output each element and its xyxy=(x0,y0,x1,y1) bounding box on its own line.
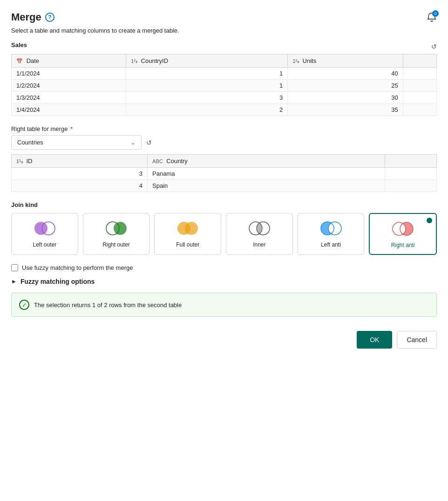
join-option-left-outer-label: Left outer xyxy=(33,241,56,248)
cell-empty-2 xyxy=(403,80,436,92)
action-row: OK Cancel xyxy=(11,331,437,349)
right-table-dropdown[interactable]: Countries ⌄ xyxy=(11,135,142,150)
table-row: 1/2/2024 1 25 xyxy=(12,80,437,92)
check-circle-icon: ✓ xyxy=(19,300,29,310)
numeric-icon-countryid: 1²₃ xyxy=(131,58,137,64)
venn-left-outer xyxy=(33,220,57,237)
cell-countryid-4: 2 xyxy=(126,104,288,116)
join-option-full-outer-label: Full outer xyxy=(176,241,199,248)
cell-country-1: Panama xyxy=(148,168,385,180)
sales-section-header: Sales ↺ xyxy=(11,41,437,51)
cell-empty-4 xyxy=(403,104,436,116)
sales-col-countryid[interactable]: 1²₃ CountryID xyxy=(126,55,288,68)
countries-col-empty xyxy=(385,155,437,168)
calendar-icon: 📅 xyxy=(16,58,23,64)
cell-date-4: 1/4/2024 xyxy=(12,104,126,116)
cell-id-1: 3 xyxy=(12,168,148,180)
right-table-dropdown-row: Countries ⌄ ↺ xyxy=(11,135,437,150)
table-row: 1/4/2024 2 35 xyxy=(12,104,437,116)
join-option-left-anti-label: Left anti xyxy=(321,241,341,248)
numeric-icon-id: 1²₃ xyxy=(16,158,23,164)
page-title: Merge xyxy=(11,11,41,23)
table-row: 3 Panama xyxy=(12,168,437,180)
join-option-left-anti[interactable]: Left anti xyxy=(298,213,365,255)
cell-countryid-3: 3 xyxy=(126,92,288,104)
venn-inner xyxy=(247,220,272,237)
expand-arrow-icon: ► xyxy=(11,278,17,285)
venn-right-outer xyxy=(104,220,129,237)
refresh-left-table-icon[interactable]: ↺ xyxy=(431,43,437,50)
subtitle: Select a table and matching columns to c… xyxy=(11,27,437,34)
cell-countryid-2: 1 xyxy=(126,80,288,92)
text-icon-country: ABC xyxy=(152,158,163,164)
selected-indicator xyxy=(427,218,432,223)
cell-date-1: 1/1/2024 xyxy=(12,68,126,80)
notification-icon[interactable]: 0 xyxy=(427,12,437,22)
cell-empty-3 xyxy=(403,92,436,104)
required-star: * xyxy=(70,125,73,132)
sales-label: Sales xyxy=(11,41,27,48)
venn-full-outer xyxy=(176,220,200,237)
join-option-inner-label: Inner xyxy=(253,241,265,248)
result-text: The selection returns 1 of 2 rows from t… xyxy=(34,302,182,309)
table-row: 1/1/2024 1 40 xyxy=(12,68,437,80)
dropdown-value: Countries xyxy=(17,139,43,146)
join-option-right-outer[interactable]: Right outer xyxy=(83,213,150,255)
cell-date-3: 1/3/2024 xyxy=(12,92,126,104)
sales-col-empty xyxy=(403,55,436,68)
join-options-container: Left outer Right outer Full outer xyxy=(11,213,437,255)
svg-point-0 xyxy=(34,222,48,235)
fuzzy-options-label: Fuzzy matching options xyxy=(20,278,95,285)
fuzzy-checkbox-label[interactable]: Use fuzzy matching to perform the merge xyxy=(22,264,133,271)
join-option-right-anti-label: Right anti xyxy=(391,242,415,248)
help-icon[interactable]: ? xyxy=(45,13,54,22)
venn-left-anti xyxy=(319,220,343,237)
svg-point-3 xyxy=(114,222,127,235)
countries-table: 1²₃ ID ABC Country 3 Panama 4 Spain xyxy=(11,154,437,192)
countries-col-country[interactable]: ABC Country xyxy=(148,155,385,168)
fuzzy-checkbox-row: Use fuzzy matching to perform the merge xyxy=(11,264,437,271)
notification-badge: 0 xyxy=(432,10,439,17)
venn-right-anti xyxy=(391,220,415,237)
join-option-right-anti[interactable]: Right anti xyxy=(369,213,437,255)
join-option-right-outer-label: Right outer xyxy=(102,241,130,248)
cancel-button[interactable]: Cancel xyxy=(397,331,437,349)
refresh-right-table-icon[interactable]: ↺ xyxy=(146,139,152,146)
join-kind-label: Join kind xyxy=(11,201,437,208)
sales-col-date[interactable]: 📅 Date xyxy=(12,55,126,68)
cell-empty-r1 xyxy=(385,168,437,180)
join-option-full-outer[interactable]: Full outer xyxy=(154,213,221,255)
table-row: 1/3/2024 3 30 xyxy=(12,92,437,104)
right-table-field-label: Right table for merge * xyxy=(11,125,437,132)
fuzzy-checkbox[interactable] xyxy=(11,264,18,271)
cell-empty-r2 xyxy=(385,180,437,192)
cell-units-3: 30 xyxy=(288,92,403,104)
cell-units-2: 25 xyxy=(288,80,403,92)
header: Merge ? 0 xyxy=(11,11,437,23)
cell-units-4: 35 xyxy=(288,104,403,116)
cell-units-1: 40 xyxy=(288,68,403,80)
sales-table: 📅 Date 1²₃ CountryID 1²₃ Units 1/1/2024 … xyxy=(11,54,437,116)
svg-point-5 xyxy=(185,222,198,235)
sales-col-units[interactable]: 1²₃ Units xyxy=(288,55,403,68)
fuzzy-options-expand[interactable]: ► Fuzzy matching options xyxy=(11,278,437,285)
ok-button[interactable]: OK xyxy=(357,331,392,349)
title-area: Merge ? xyxy=(11,11,54,23)
cell-country-2: Spain xyxy=(148,180,385,192)
join-option-left-outer[interactable]: Left outer xyxy=(11,213,78,255)
countries-col-id[interactable]: 1²₃ ID xyxy=(12,155,148,168)
result-box: ✓ The selection returns 1 of 2 rows from… xyxy=(11,293,437,317)
numeric-icon-units: 1²₃ xyxy=(292,58,299,64)
cell-id-2: 4 xyxy=(12,180,148,192)
cell-countryid-1: 1 xyxy=(126,68,288,80)
cell-date-2: 1/2/2024 xyxy=(12,80,126,92)
join-option-inner[interactable]: Inner xyxy=(226,213,293,255)
table-row: 4 Spain xyxy=(12,180,437,192)
cell-empty-1 xyxy=(403,68,436,80)
chevron-down-icon: ⌄ xyxy=(131,139,136,146)
